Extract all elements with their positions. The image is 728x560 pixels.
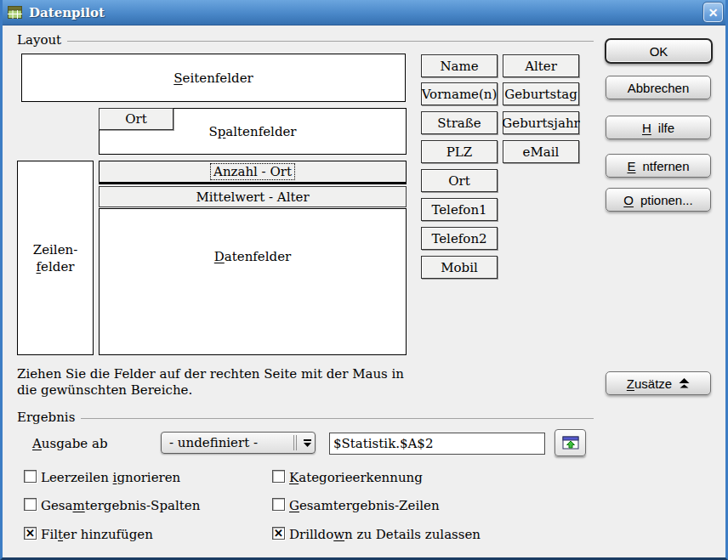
- field-chip-alter[interactable]: Alter: [503, 54, 579, 77]
- result-group-rule: [81, 418, 594, 419]
- shrink-button[interactable]: [555, 429, 586, 456]
- collapse-up-icon: [679, 378, 690, 388]
- window-title: Datenpilot: [29, 5, 105, 20]
- data-field-chip-anzahl-ort-label: Anzahl - Ort: [210, 163, 295, 180]
- remove-button[interactable]: Entfernen: [606, 154, 711, 178]
- close-icon[interactable]: ✕: [703, 3, 723, 22]
- combo-separator: [293, 435, 297, 450]
- destination-selected-value: - undefiniert -: [162, 435, 293, 450]
- field-chip-name[interactable]: Name: [421, 54, 498, 77]
- checkbox-total-columns-label[interactable]: Gesamtergebnis-Spalten: [41, 498, 200, 513]
- checkbox-identify-categories-label[interactable]: Kategorieerkennung: [289, 470, 423, 485]
- reference-input[interactable]: [329, 433, 545, 455]
- help-button[interactable]: Hilfe: [606, 116, 711, 139]
- field-chip-geburtsjahr[interactable]: Geburtsjahr: [503, 111, 579, 134]
- result-group-header: Ergebnis: [17, 410, 594, 425]
- page-fields-area[interactable]: Seitenfelder: [21, 54, 406, 102]
- row-fields-label-line1: Zeilen-: [33, 241, 78, 258]
- row-fields-label-line2: felder: [37, 258, 75, 275]
- checkbox-enable-drilldown[interactable]: ✕: [272, 527, 285, 540]
- shrink-icon: [562, 436, 579, 450]
- page-fields-label: Seitenfelder: [173, 71, 253, 86]
- hint-line1: Ziehen Sie die Felder auf der rechten Se…: [17, 366, 404, 382]
- field-chip-vorname[interactable]: Vorname(n): [421, 82, 498, 105]
- layout-group-header: Layout: [17, 32, 594, 48]
- options-button[interactable]: Optionen...: [606, 188, 711, 212]
- datenpilot-dialog: Datenpilot ✕ Layout Seitenfelder Spalten…: [0, 0, 728, 560]
- chevron-down-icon[interactable]: [299, 439, 315, 447]
- destination-select[interactable]: - undefiniert -: [161, 432, 316, 454]
- data-fields-label: Datenfelder: [214, 249, 291, 264]
- checkbox-identify-categories[interactable]: [272, 470, 285, 483]
- titlebar[interactable]: Datenpilot ✕: [0, 0, 728, 25]
- result-group-label: Ergebnis: [17, 410, 75, 425]
- field-chip-email[interactable]: eMail: [503, 140, 579, 163]
- column-field-chip-ort[interactable]: Ort: [99, 108, 173, 130]
- checkbox-total-columns[interactable]: [24, 498, 37, 511]
- field-chip-mobil[interactable]: Mobil: [421, 256, 498, 279]
- field-chip-telefon1[interactable]: Telefon1: [421, 198, 498, 221]
- cancel-button[interactable]: Abbrechen: [606, 76, 711, 99]
- data-field-chip-anzahl-ort[interactable]: Anzahl - Ort: [99, 161, 407, 184]
- field-chip-strasse[interactable]: Straße: [421, 111, 498, 134]
- output-from-label: Ausgabe ab: [32, 436, 108, 451]
- checkbox-ignore-empty-rows-label[interactable]: Leerzeilen ignorieren: [41, 470, 180, 485]
- checkbox-add-filter[interactable]: ✕: [24, 527, 37, 540]
- ok-button[interactable]: OK: [605, 38, 713, 64]
- checkbox-total-rows[interactable]: [272, 498, 285, 511]
- datapilot-app-icon: [8, 6, 22, 22]
- checkbox-enable-drilldown-label[interactable]: Drilldown zu Details zulassen: [289, 527, 481, 542]
- checkbox-ignore-empty-rows[interactable]: [24, 470, 37, 483]
- field-chip-ort[interactable]: Ort: [421, 169, 498, 192]
- data-field-chip-mittelwert-alter[interactable]: Mittelwert - Alter: [99, 186, 407, 207]
- more-button[interactable]: Zusätze: [606, 371, 711, 395]
- layout-group-label: Layout: [17, 32, 61, 48]
- checkbox-add-filter-label[interactable]: Filter hinzufügen: [41, 527, 153, 542]
- field-chip-telefon2[interactable]: Telefon2: [421, 227, 498, 250]
- field-chip-plz[interactable]: PLZ: [421, 140, 498, 163]
- row-fields-area[interactable]: Zeilen- felder: [17, 161, 94, 355]
- hint-line2: die gewünschten Bereiche.: [17, 382, 192, 398]
- more-button-label: Zusätze: [627, 376, 672, 391]
- column-fields-label: Spaltenfelder: [208, 124, 296, 139]
- checkbox-total-rows-label[interactable]: Gesamtergebnis-Zeilen: [289, 498, 440, 513]
- data-fields-area[interactable]: Datenfelder: [99, 208, 407, 355]
- layout-group-rule: [67, 41, 594, 42]
- field-chip-geburtstag[interactable]: Geburtstag: [503, 82, 579, 105]
